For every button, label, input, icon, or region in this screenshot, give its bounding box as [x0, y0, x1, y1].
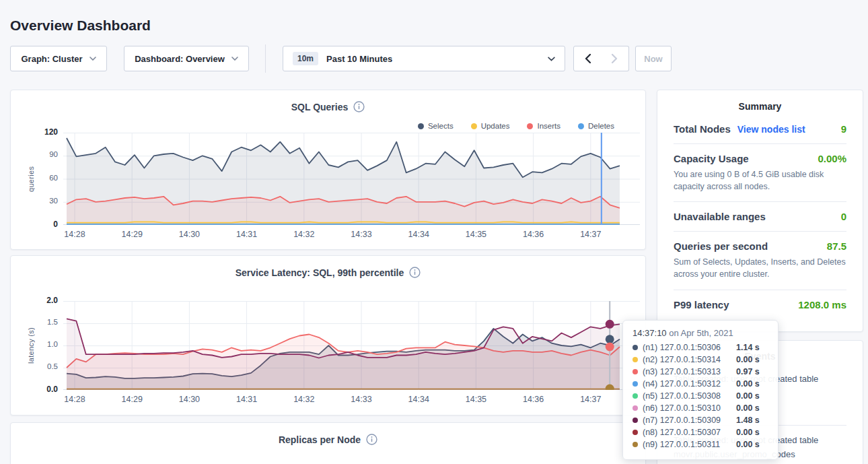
time-prev-button[interactable]	[573, 46, 602, 71]
stat-label: P99 latency	[674, 299, 729, 310]
x-tick-label: 14:37	[572, 395, 610, 404]
tooltip-row: (n7) 127.0.0.1:503091.48 s	[632, 414, 768, 426]
chart-legend: SelectsUpdatesInsertsDeletes	[418, 122, 614, 130]
tooltip-node-label: (n1) 127.0.0.1:50306	[643, 343, 721, 352]
tooltip-node-label: (n6) 127.0.0.1:50310	[643, 403, 721, 413]
legend-dot-icon	[418, 123, 424, 129]
graph-dropdown[interactable]: Graph: Cluster	[10, 46, 107, 71]
node-color-dot-icon	[632, 393, 638, 399]
x-tick-label: 14:33	[342, 230, 380, 239]
legend-item-updates[interactable]: Updates	[471, 122, 510, 130]
node-color-dot-icon	[632, 430, 638, 435]
tooltip-node-label: (n7) 127.0.0.1:50309	[643, 416, 721, 425]
stat-value: 0	[841, 211, 846, 222]
tooltip-date: on Apr 5th, 2021	[667, 328, 733, 338]
tooltip-row: (n5) 127.0.0.1:503080.00 s	[632, 390, 768, 402]
x-tick-label: 14:33	[342, 395, 380, 404]
now-button[interactable]: Now	[635, 46, 672, 71]
stat-queries-per-second: Queries per second 87.5 Sum of Selects, …	[674, 232, 846, 290]
chart-tooltip: 14:37:10 on Apr 5th, 2021 (n1) 127.0.0.1…	[622, 320, 779, 460]
dashboard-dropdown[interactable]: Dashboard: Overview	[124, 46, 249, 71]
x-tick-label: 14:36	[515, 230, 552, 239]
chart-title-text: Replicas per Node	[279, 434, 361, 445]
view-nodes-list-link[interactable]: View nodes list	[737, 124, 805, 135]
info-icon[interactable]	[366, 434, 377, 445]
time-range-badge: 10m	[293, 52, 318, 65]
stat-value: 87.5	[827, 240, 846, 252]
chevron-right-icon	[612, 54, 618, 63]
tooltip-timestamp: 14:37:10 on Apr 5th, 2021	[632, 328, 768, 338]
x-tick-label: 14:29	[113, 230, 151, 239]
tooltip-node-value: 0.00 s	[736, 391, 768, 401]
legend-label: Updates	[481, 122, 510, 130]
node-color-dot-icon	[632, 405, 638, 411]
node-color-dot-icon	[632, 381, 638, 387]
tooltip-row: (n8) 127.0.0.1:503070.00 s	[632, 426, 768, 438]
x-tick-label: 14:32	[285, 395, 323, 404]
time-range-label: Past 10 Minutes	[326, 54, 392, 64]
tooltip-rows: (n1) 127.0.0.1:503061.14 s(n2) 127.0.0.1…	[632, 341, 768, 451]
stat-description: Sum of Selects, Updates, Inserts, and De…	[674, 256, 846, 280]
legend-item-deletes[interactable]: Deletes	[578, 122, 614, 130]
legend-dot-icon	[471, 123, 477, 129]
graph-dropdown-label: Graph: Cluster	[21, 54, 82, 64]
node-color-dot-icon	[632, 369, 638, 374]
time-range-selector[interactable]: 10m Past 10 Minutes	[283, 46, 565, 71]
y-axis-unit: latency (s)	[27, 301, 36, 390]
info-icon[interactable]	[353, 101, 365, 112]
service-latency-card: Service Latency: SQL, 99th percentile 2.…	[10, 255, 646, 416]
x-tick-label: 14:32	[285, 230, 323, 239]
node-color-dot-icon	[632, 345, 638, 350]
chart-title-text: SQL Queries	[291, 102, 349, 112]
stat-label: Capacity Usage	[674, 153, 749, 164]
legend-dot-icon	[578, 123, 584, 129]
x-tick-label: 14:31	[228, 230, 266, 239]
stat-description: You are using 0 B of 4.5 GiB usable disk…	[674, 168, 846, 193]
x-axis-labels: 14:2814:2914:3014:3114:3214:3314:3414:35…	[63, 395, 640, 405]
tooltip-row: (n4) 127.0.0.1:503120.00 s	[632, 378, 768, 390]
x-tick-label: 14:37	[572, 230, 610, 239]
tooltip-node-label: (n5) 127.0.0.1:50308	[643, 391, 721, 401]
dashboard-dropdown-label: Dashboard: Overview	[135, 54, 225, 64]
legend-label: Selects	[428, 122, 454, 130]
x-tick-label: 14:30	[170, 395, 208, 404]
stat-value: 1208.0 ms	[798, 299, 846, 310]
x-tick-label: 14:29	[113, 395, 151, 404]
node-color-dot-icon	[632, 442, 638, 447]
tooltip-node-label: (n2) 127.0.0.1:50314	[643, 355, 721, 364]
y-axis-unit: queries	[27, 133, 36, 225]
tooltip-node-value: 0.97 s	[736, 367, 768, 376]
x-tick-label: 14:35	[457, 395, 495, 404]
summary-panel: Summary Total Nodes View nodes list 9 Ca…	[657, 90, 863, 332]
legend-item-selects[interactable]: Selects	[418, 122, 454, 130]
service-latency-chart[interactable]	[63, 301, 640, 390]
stat-value: 9	[841, 123, 846, 135]
chart-title-text: Service Latency: SQL, 99th percentile	[236, 267, 404, 278]
x-tick-label: 14:34	[400, 230, 437, 239]
tooltip-node-value: 0.00 s	[736, 403, 768, 413]
tooltip-node-label: (n8) 127.0.0.1:50307	[643, 428, 721, 437]
legend-label: Deletes	[588, 122, 614, 130]
tooltip-row: (n9) 127.0.0.1:503110.00 s	[632, 438, 768, 451]
tooltip-node-value: 0.00 s	[736, 440, 768, 449]
sql-queries-card: SQL Queries SelectsUpdatesInsertsDeletes…	[10, 90, 646, 250]
info-icon[interactable]	[409, 267, 421, 278]
legend-item-inserts[interactable]: Inserts	[527, 122, 560, 130]
tooltip-time: 14:37:10	[632, 328, 667, 338]
tooltip-node-value: 0.00 s	[736, 355, 768, 364]
chart-title: Replicas per Node	[11, 434, 645, 445]
tooltip-node-value: 0.00 s	[736, 379, 768, 389]
stat-label: Total Nodes	[674, 123, 731, 135]
time-next-button[interactable]	[601, 46, 629, 71]
tooltip-node-value: 1.48 s	[736, 416, 768, 425]
node-color-dot-icon	[632, 357, 638, 362]
tooltip-node-label: (n4) 127.0.0.1:50312	[643, 379, 721, 389]
sql-queries-chart[interactable]	[63, 133, 640, 225]
tooltip-row: (n6) 127.0.0.1:503100.00 s	[632, 402, 768, 414]
tooltip-node-label: (n3) 127.0.0.1:50313	[643, 367, 721, 376]
x-axis-labels: 14:2814:2914:3014:3114:3214:3314:3414:35…	[63, 230, 640, 240]
x-tick-label: 14:31	[228, 395, 266, 404]
x-tick-label: 14:36	[515, 395, 552, 404]
summary-title: Summary	[674, 101, 846, 112]
stat-unavailable-ranges: Unavailable ranges 0	[674, 202, 846, 232]
